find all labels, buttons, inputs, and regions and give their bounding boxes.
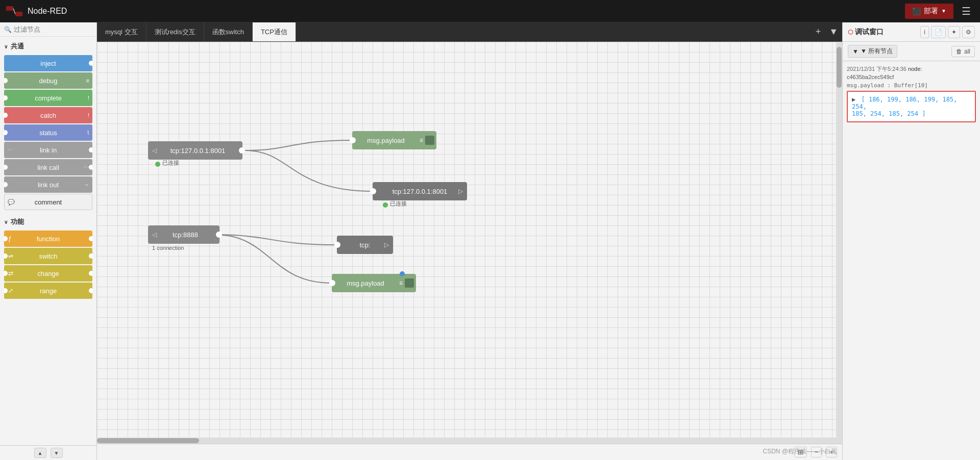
complete-icon: !	[88, 95, 89, 101]
sidebar-item-linkin[interactable]: link in ⋯	[4, 142, 92, 158]
topbar-right: ⬛ 部署 ▼ ☰	[905, 3, 975, 19]
tab-redis[interactable]: 测试redis交互	[146, 22, 204, 42]
debug-timestamp: 2021/12/31 下午5:24:36 node:	[847, 65, 976, 73]
sidebar-item-status[interactable]: status ⌇	[4, 124, 92, 141]
canvas-horizontal-scrollbar[interactable]	[97, 438, 842, 444]
filter-nodes-button[interactable]: ▼ ▼ 所有节点	[848, 45, 897, 58]
sidebar-item-range[interactable]: range ⤢	[4, 283, 92, 299]
scroll-down-button[interactable]: ▼	[51, 448, 63, 458]
debug-window-icon: ⬡	[848, 29, 853, 36]
msg-payload-2-port-left	[329, 280, 335, 286]
sidebar-item-linkout[interactable]: link out →	[4, 176, 92, 193]
canvas-area: ◁ tcp:127.0.0.1:8001 已连接 msg.payload ≡	[97, 42, 842, 438]
node-function-label: function	[4, 235, 92, 243]
function-icon: ƒ	[8, 235, 12, 242]
canvas-node-tcp-out-1[interactable]: tcp: ▷	[337, 236, 393, 254]
msg-payload-1-toggle[interactable]	[425, 136, 434, 145]
app-title: Node-RED	[28, 7, 67, 16]
debug-message-box[interactable]: ▶ [ 186, 199, 186, 199, 185, 254,185, 25…	[847, 91, 976, 122]
msg-payload-2-label: msg.payload	[332, 279, 399, 287]
sidebar-item-linkcall[interactable]: link call ⋯	[4, 159, 92, 175]
msg-payload-2-toggle[interactable]	[405, 278, 414, 288]
settings-button[interactable]: ⚙	[962, 26, 975, 38]
tab-more-button[interactable]: ▼	[825, 22, 842, 42]
canvas[interactable]: ◁ tcp:127.0.0.1:8001 已连接 msg.payload ≡	[97, 42, 836, 438]
sidebar-item-function[interactable]: function ƒ	[4, 231, 92, 247]
deploy-icon: ⬛	[912, 7, 921, 15]
tab-tcp[interactable]: TCP通信	[253, 22, 296, 42]
clear-all-button[interactable]: 🗑 all	[951, 46, 975, 57]
msg-payload-1-label: msg.payload	[352, 137, 420, 144]
info-button[interactable]: i	[920, 26, 929, 38]
status-icon: ⌇	[87, 130, 89, 136]
right-panel-actions: i 📄 ✦ ⚙	[920, 26, 975, 38]
sidebar-item-change[interactable]: change ⇄	[4, 265, 92, 282]
tcp-in-3-label: tcp:8888	[148, 231, 219, 239]
filter-label: ▼ 所有节点	[861, 47, 893, 56]
sidebar: 🔍 ∨ 共通 inject debug ≡ complete !	[0, 22, 97, 460]
search-input[interactable]	[14, 25, 92, 33]
category-common-arrow: ∨	[4, 44, 8, 49]
tcp-in-1-label: tcp:127.0.0.1:8001	[148, 147, 242, 155]
node-linkout-label: link out	[4, 181, 92, 189]
connection-3	[214, 235, 337, 245]
canvas-vertical-scrollbar[interactable]	[836, 42, 842, 438]
category-function-arrow: ∨	[4, 219, 8, 225]
deploy-label: 部署	[924, 7, 938, 16]
debug-icon: ≡	[86, 78, 89, 84]
linkin-icon: ⋯	[7, 147, 13, 154]
port-right-icon	[89, 147, 92, 152]
tcp-in-1-icon: ◁	[152, 147, 157, 154]
debug-message-label: msg.payload : Buffer[10]	[847, 82, 976, 89]
scroll-up-button[interactable]: ▲	[34, 448, 46, 458]
canvas-node-tcp-in-2[interactable]: tcp:127.0.0.1:8001 ▷ 已连接	[373, 182, 467, 200]
port-right-icon	[89, 271, 92, 276]
tcp-in-2-status-dot	[383, 202, 388, 208]
sidebar-item-switch[interactable]: switch ⇌	[4, 248, 92, 264]
canvas-node-msg-payload-1[interactable]: msg.payload ≡	[352, 131, 436, 149]
category-function[interactable]: ∨ 功能	[0, 214, 96, 229]
star-button[interactable]: ✦	[948, 26, 960, 38]
sidebar-item-comment[interactable]: comment 💬	[4, 194, 92, 210]
sidebar-item-complete[interactable]: complete !	[4, 90, 92, 106]
canvas-node-msg-payload-2[interactable]: msg.payload ≡	[332, 274, 416, 292]
category-common[interactable]: ∨ 共通	[0, 39, 96, 54]
main-layout: 🔍 ∨ 共通 inject debug ≡ complete !	[0, 22, 980, 460]
node-comment-label: comment	[5, 198, 92, 206]
main-menu-button[interactable]: ☰	[958, 3, 975, 19]
sidebar-scroll-nav: ▲ ▼	[0, 445, 96, 460]
node-complete-label: complete	[4, 94, 92, 102]
debug-node-label: node:	[908, 66, 922, 72]
tcp-in-2-status-text: 已连接	[390, 200, 407, 208]
tcp-in-3-status-text: 1 connection	[152, 245, 184, 251]
canvas-hscroll-thumb[interactable]	[97, 438, 199, 443]
tcp-in-3-port-right	[216, 232, 222, 238]
port-right-icon	[89, 61, 92, 66]
tcp-in-1-status-text: 已连接	[162, 159, 179, 167]
canvas-node-tcp-in-3[interactable]: ◁ tcp:8888 1 connection	[148, 225, 219, 244]
canvas-node-tcp-in-1[interactable]: ◁ tcp:127.0.0.1:8001 已连接	[148, 141, 242, 160]
port-right-icon	[89, 288, 92, 293]
port-right-icon	[89, 253, 92, 259]
tab-mysql[interactable]: mysql 交互	[97, 22, 146, 42]
svg-rect-1	[15, 11, 22, 16]
search-icon: 🔍	[4, 26, 12, 33]
range-icon: ⤢	[8, 287, 13, 294]
svg-line-2	[13, 8, 15, 14]
node-inject-label: inject	[4, 60, 92, 67]
deploy-button[interactable]: ⬛ 部署 ▼	[905, 4, 953, 19]
connection-2	[245, 150, 373, 191]
copy-button[interactable]: 📄	[931, 26, 946, 38]
linkout-icon: →	[84, 182, 89, 188]
node-debug-label: debug	[4, 77, 92, 85]
expand-icon[interactable]: ▶	[852, 96, 855, 103]
category-common-label: 共通	[11, 42, 24, 51]
sidebar-item-inject[interactable]: inject	[4, 55, 92, 71]
sidebar-item-catch[interactable]: catch !	[4, 107, 92, 123]
add-tab-button[interactable]: +	[812, 22, 825, 42]
canvas-vscroll-thumb[interactable]	[837, 47, 842, 88]
tab-function-switch[interactable]: 函数switch	[204, 22, 253, 42]
sidebar-item-debug[interactable]: debug ≡	[4, 72, 92, 89]
switch-icon: ⇌	[8, 252, 13, 260]
tcp-in-2-port-left	[370, 188, 376, 194]
